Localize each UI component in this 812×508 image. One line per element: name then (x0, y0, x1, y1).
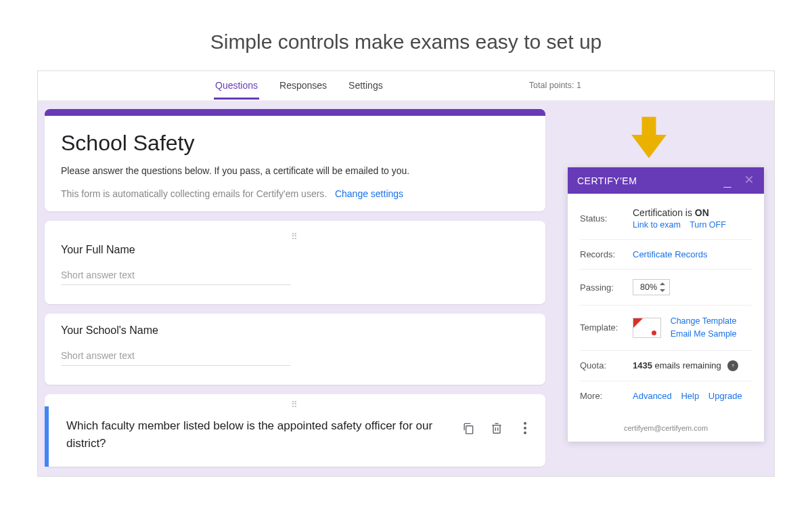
template-thumbnail[interactable] (633, 318, 661, 338)
change-template-link[interactable]: Change Template (671, 316, 737, 326)
svg-rect-0 (466, 426, 473, 434)
app-frame: Questions Responses Settings Total point… (37, 70, 775, 477)
status-prefix: Certification is (633, 207, 695, 218)
question-label[interactable]: Your School's Name (61, 324, 529, 337)
collect-text: This form is automatically collecting em… (61, 188, 327, 199)
panel-header: CERTIFY'EM _ (568, 167, 764, 194)
row-quota: Quota: 1435 emails remaining ? (580, 351, 752, 382)
total-points: Total points: 1 (529, 81, 581, 90)
question-text[interactable]: Which faculty member listed below is the… (66, 417, 461, 452)
tab-bar: Questions Responses Settings Total point… (38, 71, 774, 101)
form-canvas: School Safety Please answer the question… (38, 101, 774, 476)
quota-label: Quota: (580, 360, 633, 371)
short-answer-placeholder: Short answer text (61, 350, 291, 366)
email-collection-notice: This form is automatically collecting em… (61, 188, 529, 199)
question-label[interactable]: Your Full Name (61, 244, 529, 256)
certifyem-panel: CERTIFY'EM _ Status: Certification is ON (568, 167, 764, 442)
panel-title: CERTIFY'EM (577, 175, 637, 186)
more-label: More: (580, 391, 633, 401)
help-icon[interactable]: ? (727, 360, 738, 371)
passing-select[interactable]: 80% (633, 279, 670, 295)
question-actions (461, 417, 532, 435)
row-more: More: Advanced Help Upgrade (580, 381, 752, 410)
status-value: Certification is ON (633, 207, 752, 218)
panel-body: Status: Certification is ON Link to exam… (568, 194, 764, 417)
quota-text: emails remaining (652, 360, 721, 371)
more-options-icon[interactable] (518, 421, 532, 435)
form-header-card[interactable]: School Safety Please answer the question… (45, 109, 545, 211)
quota-count: 1435 (633, 360, 652, 371)
email-sample-link[interactable]: Email Me Sample (671, 329, 737, 339)
tab-settings[interactable]: Settings (347, 72, 384, 100)
form-description[interactable]: Please answer the questions below. If yo… (61, 165, 529, 176)
drag-handle-icon[interactable]: ⠿ (45, 394, 545, 402)
records-label: Records: (580, 249, 633, 259)
row-status: Status: Certification is ON Link to exam… (580, 198, 752, 240)
status-label: Status: (580, 213, 633, 224)
duplicate-icon[interactable] (461, 421, 475, 435)
panel-footer-email: certifyem@certifyem.com (568, 417, 764, 442)
row-records: Records: Certificate Records (580, 240, 752, 270)
close-icon[interactable] (744, 174, 754, 187)
row-passing: Passing: 80% (580, 270, 752, 305)
page-heading: Simple controls make exams easy to set u… (0, 0, 812, 70)
help-link[interactable]: Help (681, 391, 699, 401)
passing-label: Passing: (580, 282, 633, 293)
form-column: School Safety Please answer the question… (45, 109, 545, 467)
short-answer-placeholder: Short answer text (61, 270, 291, 285)
advanced-link[interactable]: Advanced (633, 391, 672, 401)
turn-off-link[interactable]: Turn OFF (690, 220, 726, 230)
arrow-down-icon (625, 114, 673, 162)
certificate-records-link[interactable]: Certificate Records (633, 249, 708, 259)
question-card-selected[interactable]: ⠿ Which faculty member listed below is t… (45, 394, 545, 467)
link-to-exam[interactable]: Link to exam (633, 220, 681, 230)
row-template: Template: Change Template Email Me Sampl… (580, 305, 752, 351)
template-label: Template: (580, 322, 633, 333)
drag-handle-icon[interactable]: ⠿ (61, 232, 529, 240)
minimize-icon[interactable]: _ (723, 177, 731, 184)
question-card-name[interactable]: ⠿ Your Full Name Short answer text (45, 221, 545, 304)
form-title[interactable]: School Safety (61, 131, 529, 156)
tab-responses[interactable]: Responses (278, 72, 328, 100)
change-settings-link[interactable]: Change settings (335, 188, 403, 199)
upgrade-link[interactable]: Upgrade (708, 391, 742, 401)
question-card-school[interactable]: Your School's Name Short answer text (45, 314, 545, 385)
status-on: ON (695, 207, 709, 218)
delete-icon[interactable] (490, 421, 503, 435)
tab-questions[interactable]: Questions (214, 72, 259, 100)
tabs: Questions Responses Settings (214, 72, 384, 100)
